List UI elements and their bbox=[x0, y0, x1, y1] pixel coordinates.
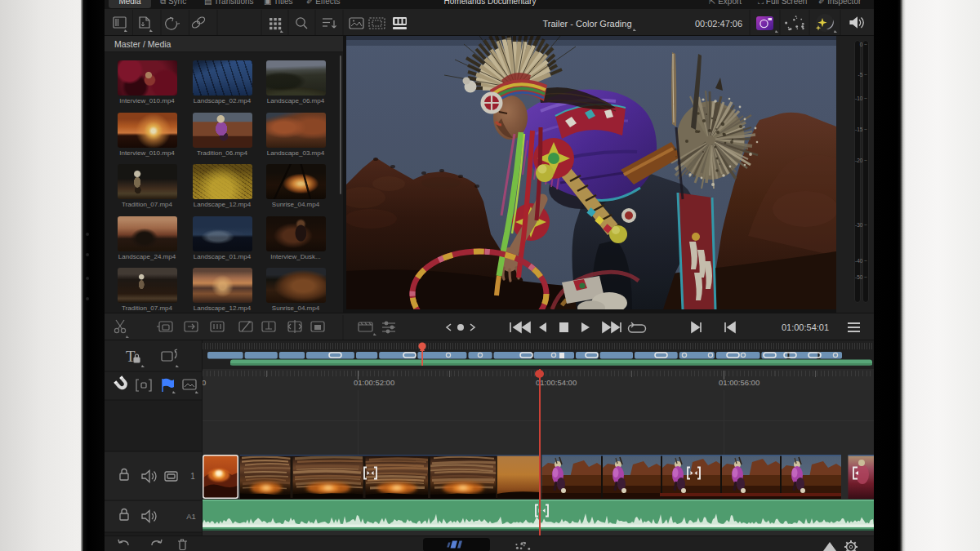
svg-text:00:02:47:06: 00:02:47:06 bbox=[695, 19, 742, 29]
svg-text:1: 1 bbox=[190, 472, 195, 481]
svg-text:A1: A1 bbox=[186, 512, 196, 521]
svg-text:Trailer - Color Grading: Trailer - Color Grading bbox=[542, 19, 631, 29]
svg-text:01:00:54:01: 01:00:54:01 bbox=[782, 322, 829, 332]
